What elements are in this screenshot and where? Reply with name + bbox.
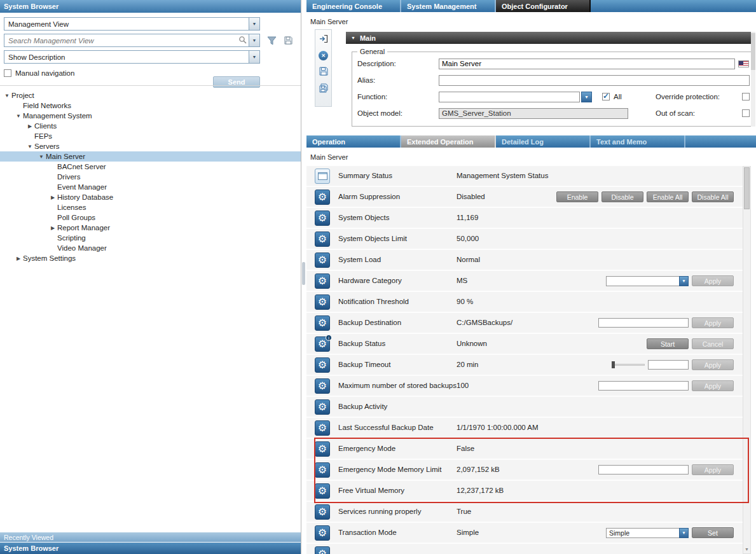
tree-item-main-server[interactable]: Main Server (0, 151, 301, 162)
collapse-arrow-icon[interactable] (25, 123, 34, 129)
collapse-arrow-icon[interactable] (14, 256, 23, 261)
set-button[interactable]: Set (692, 527, 734, 538)
tab-system-management[interactable]: System Management (401, 0, 496, 12)
cancel-icon[interactable] (319, 51, 328, 60)
all-label: All (614, 93, 622, 100)
save-icon[interactable] (319, 66, 329, 78)
all-checkbox[interactable] (602, 93, 610, 100)
language-flag-icon[interactable] (738, 60, 749, 67)
search-icon[interactable] (238, 36, 247, 45)
transaction-mode-select[interactable]: Simple (606, 528, 689, 538)
enable-all-button[interactable]: Enable All (647, 191, 689, 202)
tab-detailed-log[interactable]: Detailed Log (496, 135, 591, 148)
tree-item-system-settings[interactable]: System Settings (0, 253, 301, 263)
description-input[interactable] (439, 59, 735, 69)
apply-button[interactable]: Apply (692, 317, 734, 328)
tree-item-event-manager[interactable]: Event Manager (0, 182, 301, 192)
panel-splitter[interactable] (302, 0, 306, 554)
general-group: General Description: Alias: Function: Al… (352, 48, 755, 127)
save-all-icon[interactable] (319, 83, 329, 95)
apply-button[interactable]: Apply (692, 359, 734, 370)
scrollbar-thumb[interactable] (744, 167, 750, 209)
system-browser-bottom-bar[interactable]: System Browser (0, 543, 301, 554)
tab-operation[interactable]: Operation (306, 135, 401, 148)
tree-item-project[interactable]: Project (0, 90, 301, 100)
chevron-down-icon[interactable] (581, 92, 592, 102)
tree-item-scripting[interactable]: Scripting (0, 233, 301, 243)
tree-item-field-networks[interactable]: Field Networks (0, 100, 301, 111)
tree-item-clients[interactable]: Clients (0, 121, 301, 131)
scrollbar-thumb[interactable] (751, 33, 755, 70)
chevron-down-icon[interactable] (679, 528, 689, 538)
slider-thumb[interactable] (612, 361, 615, 368)
scroll-down-icon[interactable] (743, 545, 750, 553)
cancel-button[interactable]: Cancel (692, 338, 734, 349)
tree-item-poll-groups[interactable]: Poll Groups (0, 212, 301, 223)
tree-item-management-system[interactable]: Management System (0, 111, 301, 121)
hardware-category-select[interactable] (606, 276, 689, 286)
scrollbar[interactable] (751, 32, 755, 127)
tree-item-report-manager[interactable]: Report Manager (0, 223, 301, 233)
view-selector[interactable]: Management View (4, 17, 260, 31)
memory-limit-input[interactable] (598, 465, 689, 474)
operation-tab-strip: Operation Extended Operation Detailed Lo… (306, 135, 756, 148)
apply-button[interactable]: Apply (692, 380, 734, 391)
tree-item-bacnet-server[interactable]: BACnet Server (0, 162, 301, 172)
backup-destination-input[interactable] (598, 318, 689, 328)
tab-object-configurator[interactable]: Object Configurator (496, 0, 591, 12)
tab-extended-operation[interactable]: Extended Operation (401, 135, 496, 148)
save-filter-icon[interactable] (284, 36, 293, 45)
enable-button[interactable]: Enable (556, 191, 598, 202)
tree-item-history-database[interactable]: History Database (0, 192, 301, 202)
gear-icon (315, 546, 330, 554)
expand-arrow-icon[interactable] (25, 144, 34, 149)
gear-icon (315, 211, 330, 226)
apply-button[interactable]: Apply (692, 275, 734, 286)
function-input[interactable] (439, 92, 580, 102)
collapse-arrow-icon[interactable] (48, 195, 57, 200)
out-of-scan-checkbox[interactable] (742, 109, 750, 117)
collapse-arrow-icon[interactable] (48, 225, 57, 231)
tree-item-video-manager[interactable]: Video Manager (0, 243, 301, 253)
recently-viewed-bar[interactable]: Recently Viewed (0, 532, 301, 542)
disable-all-button[interactable]: Disable All (692, 191, 734, 202)
alias-input[interactable] (439, 75, 750, 86)
gear-icon (315, 525, 330, 541)
disable-button[interactable]: Disable (601, 191, 643, 202)
override-protection-checkbox[interactable] (742, 93, 750, 100)
search-input[interactable] (4, 37, 238, 45)
tree-item-servers[interactable]: Servers (0, 141, 301, 151)
scrollbar[interactable] (743, 166, 751, 554)
tab-engineering-console[interactable]: Engineering Console (306, 0, 401, 12)
tree-item-drivers[interactable]: Drivers (0, 172, 301, 182)
expand-arrow-icon[interactable] (37, 154, 46, 160)
chevron-down-icon[interactable] (679, 276, 689, 286)
expand-arrow-icon[interactable] (14, 113, 23, 119)
gear-icon (315, 462, 330, 478)
description-label: Description: (357, 60, 439, 67)
object-model-input[interactable] (439, 108, 628, 119)
expand-arrow-icon[interactable] (3, 93, 11, 99)
manual-navigation-checkbox[interactable] (4, 69, 11, 77)
main-section-header[interactable]: Main (346, 32, 753, 44)
tree-item-feps[interactable]: FEPs (0, 131, 301, 141)
chevron-down-icon[interactable] (249, 18, 259, 30)
configurator-toolbar (315, 29, 332, 107)
start-button[interactable]: Start (647, 338, 689, 349)
splitter-grip[interactable] (302, 262, 305, 285)
function-label: Function: (357, 93, 439, 100)
backup-timeout-input[interactable] (648, 360, 689, 370)
max-backups-input[interactable] (598, 381, 689, 391)
open-pane-icon[interactable] (319, 34, 329, 45)
chevron-down-icon[interactable] (249, 34, 259, 46)
send-button[interactable]: Send (213, 76, 260, 88)
description-selector[interactable]: Show Description (4, 50, 260, 64)
chevron-down-icon[interactable] (249, 51, 259, 63)
timeout-slider[interactable] (612, 361, 645, 369)
property-row-services-running: Services running properly True (306, 502, 743, 523)
tree-item-licenses[interactable]: Licenses (0, 202, 301, 212)
alias-label: Alias: (357, 76, 439, 84)
apply-button[interactable]: Apply (692, 464, 734, 475)
tab-text-and-memo[interactable]: Text and Memo (591, 135, 685, 148)
filter-icon[interactable] (267, 36, 277, 45)
